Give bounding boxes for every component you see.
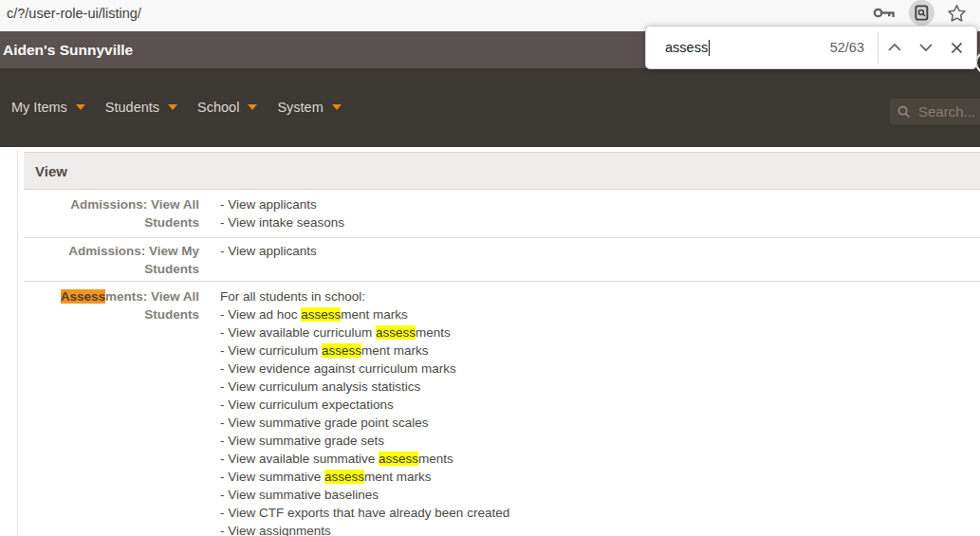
permissions-table: View Admissions: View All Students- View… — [24, 152, 980, 536]
permission-detail-line: - View summative grade sets — [220, 432, 980, 450]
nav-item-system[interactable]: System — [277, 100, 346, 115]
nav-item-label: School — [197, 100, 239, 115]
permission-detail-line: - View curriculum assessment marks — [220, 342, 980, 360]
permission-detail-line: - View applicants — [220, 195, 980, 213]
find-in-page-icon[interactable] — [909, 0, 934, 26]
url-text[interactable]: c/?/user-role-ui/listing/ — [7, 6, 873, 21]
permission-details: For all students in school:- View ad hoc… — [199, 287, 980, 536]
permission-detail-line: For all students in school: — [220, 287, 980, 305]
find-input[interactable]: assess — [665, 40, 710, 56]
permission-detail-line: - View CTF exports that have already bee… — [220, 504, 980, 522]
content-left-rule — [17, 150, 18, 536]
permission-detail-line: - View applicants — [220, 242, 980, 260]
chevron-down-icon — [332, 104, 342, 110]
permission-detail-line: - View available curriculum assessments — [220, 323, 980, 342]
nav-item-label: My Items — [11, 100, 67, 115]
permission-detail-line: - View summative assessment marks — [220, 468, 980, 486]
nav-item-school[interactable]: School — [197, 100, 263, 115]
find-query-text: assess — [665, 40, 708, 55]
permission-detail-line: - View curriculum expectations — [220, 396, 980, 414]
search-placeholder: Search... — [918, 103, 975, 120]
text-caret — [709, 40, 710, 56]
chevron-down-icon — [919, 44, 933, 51]
permission-detail-line: - View evidence against curriculum marks — [220, 360, 980, 378]
chevron-up-icon — [888, 44, 901, 51]
nav-item-students[interactable]: Students — [105, 100, 183, 115]
nav-item-my-items[interactable]: My Items — [11, 100, 91, 115]
permission-name: Admissions: View All Students — [24, 195, 199, 231]
table-row: Admissions: View My Students- View appli… — [24, 238, 980, 282]
permission-detail-line: - View assignments — [220, 522, 980, 536]
chevron-down-icon — [248, 104, 257, 110]
permission-detail-line: - View summative grade point scales — [220, 414, 980, 432]
close-icon — [951, 42, 963, 54]
find-match-count: 52/63 — [830, 40, 864, 55]
permission-detail-line: - View summative baselines — [220, 486, 980, 504]
find-match: assess — [301, 307, 341, 322]
main-nav-bar: My Items Students School System Search..… — [0, 68, 980, 147]
permission-detail-line: - View curriculum analysis statistics — [220, 378, 980, 396]
find-bar: assess 52/63 — [645, 26, 977, 69]
permission-detail-line: - View available summative assessments — [220, 450, 980, 468]
find-previous-button[interactable] — [878, 27, 910, 68]
find-match: assess — [376, 325, 416, 340]
find-match: assess — [322, 343, 361, 358]
permission-name: Admissions: View My Students — [24, 242, 199, 278]
table-row: Assessments: View All StudentsFor all st… — [24, 282, 980, 536]
find-match: assess — [379, 452, 418, 466]
permission-detail-line: - View intake seasons — [220, 213, 980, 231]
nav-menu: My Items Students School System — [11, 100, 347, 115]
table-header-view: View — [24, 152, 980, 190]
app-title: Aiden's Sunnyville — [3, 42, 133, 59]
bookmark-star-icon[interactable] — [947, 4, 967, 23]
nav-item-label: Students — [105, 100, 159, 115]
browser-toolbar-icons — [873, 0, 967, 26]
find-match-current: Assess — [61, 289, 105, 304]
find-next-button[interactable] — [910, 27, 941, 68]
permission-details: - View applicants — [199, 242, 980, 278]
permission-name: Assessments: View All Students — [24, 287, 199, 536]
page-content: View Admissions: View All Students- View… — [0, 147, 980, 536]
chevron-down-icon — [168, 104, 177, 110]
password-key-icon[interactable] — [873, 7, 897, 19]
table-rows: Admissions: View All Students- View appl… — [24, 190, 980, 536]
table-row: Admissions: View All Students- View appl… — [24, 190, 980, 238]
search-input[interactable]: Search... — [890, 99, 980, 124]
permission-details: - View applicants- View intake seasons — [199, 195, 980, 231]
chevron-down-icon — [76, 104, 85, 110]
find-match: assess — [324, 470, 364, 484]
nav-item-label: System — [277, 100, 323, 115]
permission-detail-line: - View ad hoc assessment marks — [220, 305, 980, 323]
search-icon — [897, 105, 911, 119]
find-close-button[interactable] — [941, 27, 972, 68]
